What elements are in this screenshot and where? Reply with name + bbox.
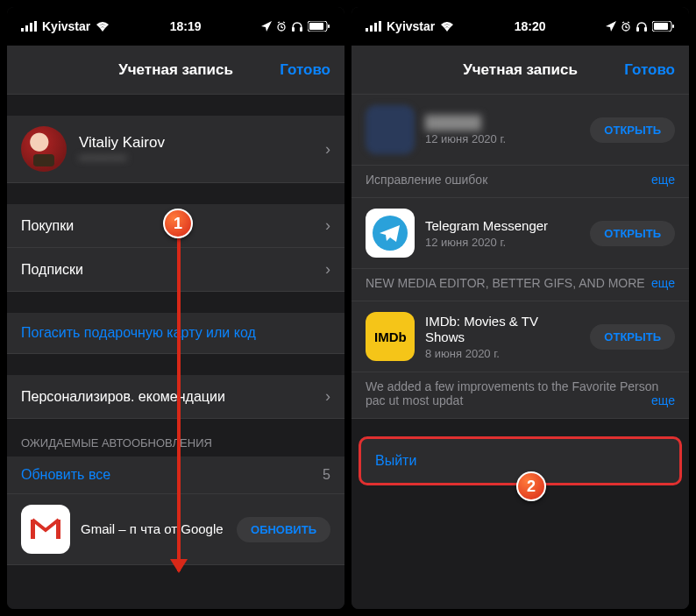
user-profile-row[interactable]: Vitaliy Kairov •••••••••••• › (7, 116, 344, 183)
account-header: Учетная запись Готово (7, 46, 344, 95)
telegram-icon (366, 209, 415, 258)
wifi-icon (440, 21, 454, 32)
svg-rect-20 (654, 23, 668, 30)
svg-rect-13 (370, 25, 373, 32)
headphones-icon (291, 21, 303, 32)
content-area: Vitaliy Kairov •••••••••••• › Покупки › … (7, 95, 344, 609)
svg-rect-12 (366, 28, 368, 32)
alarm-icon (621, 21, 631, 32)
headphones-icon (636, 21, 648, 32)
svg-rect-14 (374, 23, 377, 32)
subscriptions-label: Подписки (21, 262, 83, 278)
annotation-badge-1: 1 (163, 209, 193, 238)
user-email: •••••••••••• (79, 152, 313, 165)
imdb-open-button[interactable]: Открыть (590, 324, 675, 350)
svg-rect-18 (644, 27, 647, 32)
app1-notes: Исправление ошибок еще (352, 166, 689, 198)
telegram-name: Telegram Messenger (425, 218, 579, 234)
telegram-row[interactable]: Telegram Messenger 12 июня 2020 г. Откры… (352, 198, 689, 269)
app1-row[interactable]: ██████ 12 июня 2020 г. Открыть (352, 95, 689, 166)
svg-rect-2 (30, 23, 32, 32)
signal-icon (366, 21, 381, 32)
time-label: 18:19 (170, 19, 202, 33)
done-button[interactable]: Готово (624, 61, 675, 79)
svg-rect-9 (328, 25, 330, 28)
location-arrow-icon (261, 21, 272, 32)
imdb-name: IMDb: Movies & TV Shows (425, 314, 579, 345)
phone-left: Kyivstar 18:19 Учетная запись Готово Vit… (7, 7, 344, 609)
header-title: Учетная запись (463, 61, 578, 79)
wifi-icon (96, 21, 110, 32)
update-all-row[interactable]: Обновить все 5 (7, 457, 344, 494)
status-bar: Kyivstar 18:20 (352, 7, 689, 46)
chevron-right-icon: › (325, 216, 330, 235)
header-title: Учетная запись (118, 61, 233, 79)
svg-rect-11 (56, 520, 60, 539)
gmail-update-button[interactable]: Обновить (237, 517, 330, 542)
gmail-name: Gmail – п чта от Google (81, 521, 226, 537)
chevron-right-icon: › (325, 387, 330, 406)
svg-rect-15 (379, 21, 381, 32)
svg-rect-21 (672, 25, 674, 28)
signal-icon (21, 21, 37, 32)
battery-icon (308, 21, 330, 32)
imdb-notes: We added a few improvements to the Favor… (352, 372, 689, 419)
avatar (21, 126, 67, 172)
imdb-notes-text: We added a few improvements to the Favor… (366, 379, 658, 407)
carrier-label: Kyivstar (387, 19, 435, 33)
svg-rect-17 (636, 27, 639, 32)
more-link[interactable]: еще (646, 276, 675, 290)
phone-right: Kyivstar 18:20 Учетная запись Готово ███… (352, 7, 689, 609)
app1-open-button[interactable]: Открыть (590, 117, 675, 143)
svg-rect-8 (309, 23, 323, 30)
chevron-right-icon: › (325, 260, 330, 279)
telegram-notes: NEW MEDIA EDITOR, BETTER GIFS, AND MORE … (352, 269, 689, 301)
battery-icon (652, 21, 675, 32)
alarm-icon (276, 21, 287, 32)
svg-rect-3 (34, 21, 37, 32)
annotation-badge-2: 2 (516, 471, 546, 501)
updates-section-header: Ожидаемые автообновления (7, 419, 344, 457)
gmail-icon (21, 505, 70, 554)
redeem-row[interactable]: Погасить подарочную карту или код (7, 313, 344, 354)
personalized-label: Персонализиров. екомендации (21, 389, 225, 405)
svg-rect-1 (25, 25, 28, 32)
svg-rect-6 (300, 27, 302, 32)
time-label: 18:20 (515, 19, 546, 33)
update-count: 5 (323, 467, 330, 483)
svg-text:IMDb: IMDb (374, 329, 407, 344)
account-header: Учетная запись Готово (352, 46, 689, 95)
telegram-date: 12 июня 2020 г. (425, 236, 579, 249)
app1-icon (366, 105, 415, 154)
imdb-icon: IMDb (366, 312, 415, 361)
status-bar: Kyivstar 18:19 (7, 7, 344, 46)
app1-date: 12 июня 2020 г. (425, 132, 579, 145)
imdb-date: 8 июня 2020 г. (425, 347, 579, 360)
gmail-app-row[interactable]: Gmail – п чта от Google Обновить (7, 494, 344, 565)
svg-rect-5 (292, 27, 295, 32)
telegram-open-button[interactable]: Открыть (590, 221, 675, 246)
imdb-row[interactable]: IMDb IMDb: Movies & TV Shows 8 июня 2020… (352, 301, 689, 372)
app1-notes-text: Исправление ошибок (366, 173, 487, 187)
carrier-label: Kyivstar (42, 19, 90, 33)
redeem-label: Погасить подарочную карту или код (21, 325, 256, 341)
personalized-row[interactable]: Персонализиров. екомендации › (7, 375, 344, 419)
chevron-right-icon: › (325, 140, 330, 159)
location-arrow-icon (606, 21, 616, 32)
telegram-notes-text: NEW MEDIA EDITOR, BETTER GIFS, AND MORE (366, 276, 645, 290)
content-area: ██████ 12 июня 2020 г. Открыть Исправлен… (352, 95, 689, 609)
done-button[interactable]: Готово (280, 61, 330, 79)
annotation-arrow (177, 238, 181, 571)
update-all-label: Обновить все (21, 467, 110, 483)
svg-rect-10 (31, 520, 35, 539)
more-link[interactable]: еще (646, 393, 675, 407)
purchases-label: Покупки (21, 218, 74, 234)
svg-rect-0 (21, 28, 24, 32)
more-link[interactable]: еще (646, 173, 675, 187)
subscriptions-row[interactable]: Подписки › (7, 248, 344, 292)
user-name: Vitaliy Kairov (79, 134, 313, 152)
app1-name: ██████ (425, 115, 579, 131)
